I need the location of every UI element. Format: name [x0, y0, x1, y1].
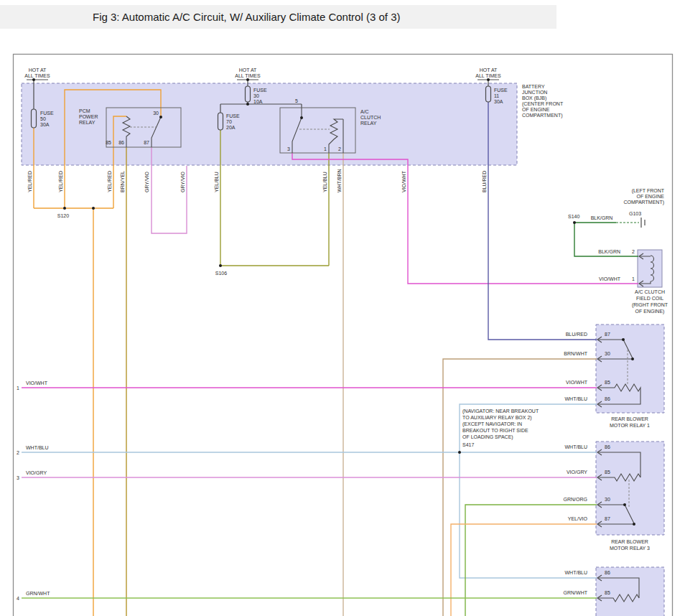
junction-dot: [573, 221, 576, 224]
junction-dot: [32, 78, 35, 81]
battery-junction-box: [22, 83, 517, 165]
pcm-relay-label: RELAY: [79, 120, 95, 125]
pin-label-86: 86: [605, 444, 610, 449]
ground-id-label: G103: [629, 211, 641, 216]
wire-viowht-clutch: [292, 153, 638, 284]
wire-label-vertical: YEL/RED: [27, 171, 32, 192]
wire-label: VIO/WHT: [599, 276, 621, 281]
fuse-11-label: 30A: [494, 99, 503, 104]
pin-label-87: 87: [605, 516, 610, 521]
circuit-number: 2: [17, 450, 19, 455]
contact-dot: [633, 523, 635, 526]
hot-label: ALL TIMES: [475, 73, 501, 78]
wire-label-vertical: YEL/RED: [107, 171, 112, 192]
wire-label-vertical: GRY/VIO: [180, 171, 185, 192]
fuse-30-label: FUSE: [253, 88, 267, 93]
field-coil-label: FIELD COIL: [636, 296, 663, 301]
contact-dot: [159, 116, 162, 118]
field-coil-label: A/C CLUTCH: [635, 289, 665, 294]
wire-label: YEL/VIO: [568, 516, 588, 521]
bjb-label: COMPARTMENT): [522, 113, 563, 118]
contact-dot: [631, 358, 634, 360]
relay3-label: MOTOR RELAY 3: [610, 546, 650, 551]
relay1-label: MOTOR RELAY 1: [610, 423, 650, 428]
circuit-number: 4: [17, 596, 19, 601]
wire-label-vertical: VIO/WHT: [401, 170, 406, 192]
pin-label-3: 3: [287, 146, 290, 151]
splice-label-s120: S120: [57, 213, 69, 218]
fuse-50-label: 50: [40, 116, 46, 121]
ground-symbol-g103: [641, 218, 645, 228]
wire-label-vertical: YEL/BLU: [322, 172, 327, 192]
wire-label: BLU/RED: [566, 332, 587, 337]
splice-label-s140: S140: [568, 214, 579, 219]
circuit-number: 1: [17, 386, 19, 391]
contact-dot: [623, 503, 626, 506]
note-text: OF LOADING SPACE): [462, 434, 513, 440]
ac-clutch-field-coil-box: [638, 250, 662, 287]
junction-dot: [487, 78, 490, 81]
wire-label: WHT/BLU: [565, 396, 588, 401]
note-text: BREAKOUT TO RIGHT SIDE: [462, 428, 528, 433]
wiring-diagram: HOT AT ALL TIMES HOT AT ALL TIMES HOT AT…: [0, 0, 685, 616]
fuse-70-label: 20A: [226, 125, 236, 130]
pin-label-1: 1: [632, 276, 635, 281]
pin-label-85: 85: [605, 470, 610, 475]
pin-label-85: 85: [605, 380, 610, 385]
bjb-label: (CENTER FRONT: [522, 101, 564, 107]
pin-label-1: 1: [324, 146, 327, 151]
pin-label-30: 30: [605, 497, 610, 502]
pin-label-85: 85: [605, 590, 610, 595]
wire-label: VIO/WHT: [566, 380, 588, 385]
ground-location-label: OF ENGINE: [636, 194, 664, 199]
pin-label-86: 86: [605, 570, 610, 575]
fuse-50-label: 30A: [40, 122, 50, 127]
fuse-30-label: 10A: [253, 99, 263, 104]
pin-label-87: 87: [605, 332, 610, 337]
wire-label: VIO/GRY: [567, 470, 587, 475]
pin-label-2: 2: [632, 249, 635, 254]
junction-dot: [246, 103, 249, 106]
junction-dot: [458, 451, 461, 454]
fuse-11-label: 11: [494, 93, 499, 98]
pin-label-86: 86: [118, 140, 124, 145]
hot-label: HOT AT: [480, 67, 498, 73]
note-text: (NAVIGATOR: NEAR BREAKOUT: [462, 409, 539, 414]
wire-label: GRN/ORG: [564, 497, 587, 502]
fuse-70-label: 70: [226, 119, 232, 124]
contact-dot: [622, 338, 625, 341]
fuse-11-label: FUSE: [494, 88, 508, 93]
ac-relay-label: A/C: [360, 109, 369, 114]
wire-label: WHT/BLU: [565, 570, 588, 575]
ac-relay-label: CLUTCH: [360, 115, 381, 120]
wire-label-vertical: YEL/RED: [58, 171, 63, 192]
wire-label-vertical: YEL/BLU: [214, 172, 219, 192]
circuit-number: 3: [17, 475, 19, 480]
wire-label: WHT/BLU: [565, 444, 588, 449]
wire-label: VIO/GRY: [26, 470, 47, 475]
bjb-label: BATTERY: [522, 84, 545, 89]
note-text: (EXCEPT NAVIGATOR: IN: [462, 421, 522, 427]
bjb-label: BOX (BJB): [522, 95, 546, 101]
ac-relay-label: RELAY: [360, 121, 377, 126]
hot-label: ALL TIMES: [235, 73, 261, 78]
note-text: TO AUXILIARY RELAY BOX 2): [462, 415, 532, 421]
ground-location-label: (LEFT FRONT: [632, 188, 665, 194]
relay1-label: REAR BLOWER: [611, 416, 648, 421]
wire-label-vertical: BLU/RED: [482, 171, 487, 192]
pin-label-85: 85: [106, 140, 111, 145]
wire-label: VIO/WHT: [26, 381, 48, 386]
field-coil-label: (RIGHT FRONT: [632, 302, 668, 308]
bjb-label: JUNCTION: [522, 90, 547, 95]
pin-label-86: 86: [605, 396, 610, 401]
junction-dot: [246, 78, 249, 81]
wire-label: BLK/GRN: [598, 249, 620, 254]
wire-label-vertical: WHT/BRN: [337, 169, 342, 192]
pin-label-2: 2: [338, 146, 341, 151]
pin-label-5: 5: [295, 98, 298, 103]
junction-dot: [63, 207, 66, 210]
hot-label: HOT AT: [239, 67, 257, 73]
pin-label-30: 30: [605, 351, 610, 356]
junction-dot: [92, 207, 95, 210]
fuse-50-label: FUSE: [40, 111, 54, 116]
